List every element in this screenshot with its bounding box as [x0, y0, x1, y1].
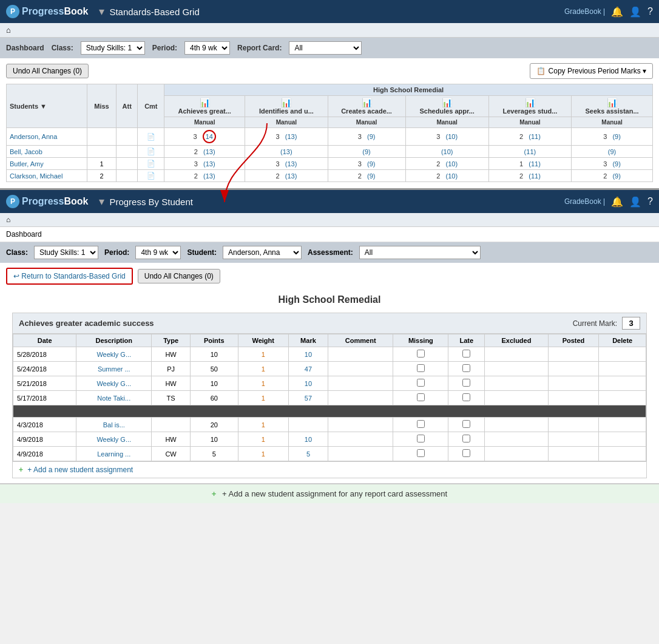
bottom-help-icon[interactable]: ? — [647, 196, 653, 207]
missing-2[interactable] — [393, 362, 448, 376]
mark-butler-6[interactable]: 3 (9) — [572, 158, 653, 170]
missing-7[interactable] — [393, 447, 448, 461]
weight-1[interactable]: 1 — [238, 347, 288, 362]
mark-butler-2[interactable]: 3 (13) — [245, 158, 328, 170]
weight-2[interactable]: 1 — [238, 362, 288, 376]
late-7[interactable] — [448, 447, 485, 461]
student-name-clarkson[interactable]: Clarkson, Michael — [10, 172, 63, 180]
mark-3[interactable]: 10 — [288, 376, 328, 391]
mark-bell-2[interactable]: (13) — [245, 146, 328, 158]
user-icon[interactable]: 👤 — [629, 6, 641, 18]
cmt-butler[interactable]: 📄 — [138, 158, 164, 170]
desc-5[interactable]: Bal is... — [76, 418, 152, 432]
mark-clarkson-4[interactable]: 2 (10) — [405, 170, 488, 182]
mark-butler-4[interactable]: 2 (10) — [405, 158, 488, 170]
bottom-assessment-select[interactable]: All — [359, 246, 481, 259]
mark-butler-3[interactable]: 3 (9) — [328, 158, 405, 170]
comment-4[interactable] — [328, 391, 393, 405]
nav-separator[interactable]: ▾ — [99, 5, 104, 18]
gradebook-link[interactable]: GradeBook | — [564, 7, 605, 16]
student-name-anderson[interactable]: Anderson, Anna — [10, 133, 57, 140]
mark-6[interactable]: 10 — [288, 432, 328, 447]
comment-7[interactable] — [328, 447, 393, 461]
bottom-nav-separator[interactable]: ▾ — [99, 195, 104, 208]
mark-clarkson-3[interactable]: 2 (9) — [328, 170, 405, 182]
bottom-student-select[interactable]: Anderson, Anna — [223, 246, 302, 259]
missing-5[interactable] — [393, 418, 448, 432]
mark-clarkson-2[interactable]: 2 (13) — [245, 170, 328, 182]
mark-7[interactable]: 5 — [288, 447, 328, 461]
bottom-undo-button[interactable]: Undo All Changes (0) — [138, 269, 220, 283]
desc-1[interactable]: Weekly G... — [76, 347, 152, 362]
mark-anderson-6[interactable]: 3 (9) — [572, 128, 653, 146]
late-3[interactable] — [448, 376, 485, 391]
desc-3[interactable]: Weekly G... — [76, 376, 152, 391]
bottom-add-bar[interactable]: + + Add a new student assignment for any… — [0, 483, 659, 503]
cmt-anderson[interactable]: 📄 — [138, 128, 164, 146]
weight-5[interactable]: 1 — [238, 418, 288, 432]
return-to-grid-button[interactable]: ↩ Return to Standards-Based Grid — [6, 268, 133, 285]
bottom-user-icon[interactable]: 👤 — [629, 196, 641, 208]
cmt-bell[interactable]: 📄 — [138, 146, 164, 158]
missing-1[interactable] — [393, 347, 448, 362]
desc-2[interactable]: Summer ... — [76, 362, 152, 376]
cmt-clarkson[interactable]: 📄 — [138, 170, 164, 182]
weight-3[interactable]: 1 — [238, 376, 288, 391]
weight-6[interactable]: 1 — [238, 432, 288, 447]
mark-anderson-4[interactable]: 3 (10) — [405, 128, 488, 146]
mark-clarkson-6[interactable]: 2 (9) — [572, 170, 653, 182]
missing-6[interactable] — [393, 432, 448, 447]
mark-anderson-1[interactable]: 3 14 — [164, 128, 245, 146]
mark-bell-3[interactable]: (9) — [328, 146, 405, 158]
mark-anderson-5[interactable]: 2 (11) — [488, 128, 571, 146]
period-select[interactable]: 4th 9 wk — [184, 41, 230, 55]
late-2[interactable] — [448, 362, 485, 376]
late-6[interactable] — [448, 432, 485, 447]
comment-3[interactable] — [328, 376, 393, 391]
mark-bell-6[interactable]: (9) — [572, 146, 653, 158]
mark-bell-4[interactable]: (10) — [405, 146, 488, 158]
bottom-home-icon[interactable]: ⌂ — [6, 215, 10, 224]
mark-bell-1[interactable]: 2 (13) — [164, 146, 245, 158]
help-icon[interactable]: ? — [647, 6, 653, 17]
mark-bell-5[interactable]: (11) — [488, 146, 571, 158]
mark-1[interactable]: 10 — [288, 347, 328, 362]
weight-4[interactable]: 1 — [238, 391, 288, 405]
home-icon[interactable]: ⌂ — [6, 25, 11, 35]
add-assignment-row[interactable]: + + Add a new student assignment — [13, 461, 646, 478]
mark-5[interactable] — [288, 418, 328, 432]
bottom-period-select[interactable]: 4th 9 wk — [135, 246, 181, 259]
desc-7[interactable]: Learning ... — [76, 447, 152, 461]
weight-7[interactable]: 1 — [238, 447, 288, 461]
comment-6[interactable] — [328, 432, 393, 447]
desc-4[interactable]: Note Taki... — [76, 391, 152, 405]
late-1[interactable] — [448, 347, 485, 362]
mark-butler-5[interactable]: 1 (11) — [488, 158, 571, 170]
current-mark-value[interactable]: 3 — [622, 317, 640, 330]
comment-1[interactable] — [328, 347, 393, 362]
mark-clarkson-1[interactable]: 2 (13) — [164, 170, 245, 182]
mark-butler-1[interactable]: 3 (13) — [164, 158, 245, 170]
bottom-class-select[interactable]: Study Skills: 1 — [34, 246, 98, 259]
missing-3[interactable] — [393, 376, 448, 391]
late-4[interactable] — [448, 391, 485, 405]
mark-clarkson-5[interactable]: 2 (11) — [488, 170, 571, 182]
mark-anderson-2[interactable]: 3 (13) — [245, 128, 328, 146]
missing-4[interactable] — [393, 391, 448, 405]
class-select[interactable]: Study Skills: 1 — [81, 41, 145, 55]
student-name-bell[interactable]: Bell, Jacob — [10, 148, 42, 155]
bell-icon[interactable]: 🔔 — [611, 6, 623, 18]
bottom-gradebook-link[interactable]: GradeBook | — [564, 197, 605, 206]
undo-all-button[interactable]: Undo All Changes (0) — [6, 64, 89, 78]
bottom-bell-icon[interactable]: 🔔 — [611, 196, 623, 208]
desc-6[interactable]: Weekly G... — [76, 432, 152, 447]
mark-2[interactable]: 47 — [288, 362, 328, 376]
student-name-butler[interactable]: Butler, Amy — [10, 160, 44, 168]
comment-2[interactable] — [328, 362, 393, 376]
mark-anderson-3[interactable]: 3 (9) — [328, 128, 405, 146]
comment-5[interactable] — [328, 418, 393, 432]
mark-4[interactable]: 57 — [288, 391, 328, 405]
copy-period-button[interactable]: 📋 Copy Previous Period Marks ▾ — [530, 63, 653, 79]
late-5[interactable] — [448, 418, 485, 432]
report-card-select[interactable]: All — [289, 41, 362, 55]
